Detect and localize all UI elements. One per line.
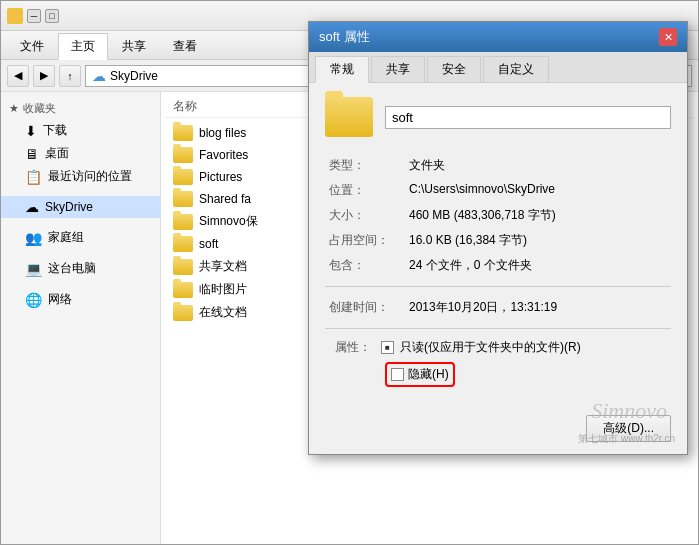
path-text: SkyDrive <box>110 69 158 83</box>
contains-value: 24 个文件，0 个文件夹 <box>405 253 671 278</box>
minimize-btn[interactable]: ─ <box>27 9 41 23</box>
dialog-title: soft 属性 <box>319 28 370 46</box>
file-name: 在线文档 <box>199 304 247 321</box>
thispc-label: 这台电脑 <box>48 260 96 277</box>
folder-icon <box>173 305 193 321</box>
table-row: 包含： 24 个文件，0 个文件夹 <box>325 253 671 278</box>
dialog-content: 类型： 文件夹 位置： C:\Users\simnovo\SkyDrive 大小… <box>309 83 687 407</box>
hidden-highlight: 隐藏(H) <box>385 362 455 387</box>
table-row: 创建时间： 2013年10月20日，13:31:19 <box>325 295 671 320</box>
tab-view[interactable]: 查看 <box>160 33 210 59</box>
up-btn[interactable]: ↑ <box>59 65 81 87</box>
file-name: Shared fa <box>199 192 251 206</box>
back-btn[interactable]: ◀ <box>7 65 29 87</box>
sidebar-item-network[interactable]: 🌐 网络 <box>1 288 160 311</box>
readonly-checkbox[interactable] <box>381 341 394 354</box>
file-name: blog files <box>199 126 246 140</box>
favorites-label: 收藏夹 <box>23 101 56 116</box>
disk-label: 占用空间： <box>325 228 405 253</box>
recent-label: 最近访问的位置 <box>48 168 132 185</box>
tab-security[interactable]: 安全 <box>427 56 481 82</box>
dialog-titlebar: soft 属性 ✕ <box>309 22 687 52</box>
folder-name-input[interactable] <box>385 106 671 129</box>
contains-label: 包含： <box>325 253 405 278</box>
skydrive-label: SkyDrive <box>45 200 93 214</box>
sidebar-item-recent[interactable]: 📋 最近访问的位置 <box>1 165 160 188</box>
desktop-label: 桌面 <box>45 145 69 162</box>
explorer-icon <box>7 8 23 24</box>
dialog-tabs: 常规 共享 安全 自定义 <box>309 52 687 83</box>
tab-share[interactable]: 共享 <box>109 33 159 59</box>
dialog-folder-header <box>325 97 671 137</box>
readonly-label: 只读(仅应用于文件夹中的文件)(R) <box>400 339 581 356</box>
tab-home[interactable]: 主页 <box>58 33 108 60</box>
sidebar: ★ 收藏夹 ⬇ 下载 🖥 桌面 📋 最近访问的位置 ☁ SkyDrive <box>1 92 161 544</box>
file-name: Favorites <box>199 148 248 162</box>
sidebar-item-download[interactable]: ⬇ 下载 <box>1 119 160 142</box>
sidebar-item-desktop[interactable]: 🖥 桌面 <box>1 142 160 165</box>
advanced-button[interactable]: 高级(D)... <box>586 415 671 442</box>
divider2 <box>325 328 671 329</box>
folder-icon <box>173 236 193 252</box>
created-label: 创建时间： <box>325 295 405 320</box>
table-row: 类型： 文件夹 <box>325 153 671 178</box>
file-name: Simnovo保 <box>199 213 258 230</box>
hidden-checkbox[interactable] <box>391 368 404 381</box>
location-label: 位置： <box>325 178 405 203</box>
dialog-close-btn[interactable]: ✕ <box>659 28 677 46</box>
folder-icon <box>173 169 193 185</box>
big-folder-icon <box>325 97 373 137</box>
computer-icon: 💻 <box>25 261 42 277</box>
file-name: Pictures <box>199 170 242 184</box>
info-table: 类型： 文件夹 位置： C:\Users\simnovo\SkyDrive 大小… <box>325 153 671 278</box>
attr-readonly-row: 属性： 只读(仅应用于文件夹中的文件)(R) <box>325 339 671 356</box>
file-name: soft <box>199 237 218 251</box>
size-label: 大小： <box>325 203 405 228</box>
attributes-section: 属性： 只读(仅应用于文件夹中的文件)(R) 隐藏(H) <box>325 339 671 387</box>
folder-icon <box>173 282 193 298</box>
favorites-section[interactable]: ★ 收藏夹 <box>1 98 160 119</box>
cloud-icon: ☁ <box>92 68 106 84</box>
folder-icon <box>173 125 193 141</box>
star-icon: ★ <box>9 102 19 115</box>
file-name: 共享文档 <box>199 258 247 275</box>
created-table: 创建时间： 2013年10月20日，13:31:19 <box>325 295 671 320</box>
attr-hidden-row: 隐藏(H) <box>325 362 671 387</box>
dialog-footer: 高级(D)... <box>309 407 687 454</box>
divider <box>325 286 671 287</box>
table-row: 大小： 460 MB (483,306,718 字节) <box>325 203 671 228</box>
tab-file[interactable]: 文件 <box>7 33 57 59</box>
properties-dialog: soft 属性 ✕ 常规 共享 安全 自定义 类型： 文件夹 <box>308 21 688 455</box>
table-row: 位置： C:\Users\simnovo\SkyDrive <box>325 178 671 203</box>
type-value: 文件夹 <box>405 153 671 178</box>
sidebar-item-thispc[interactable]: 💻 这台电脑 <box>1 257 160 280</box>
download-label: 下载 <box>43 122 67 139</box>
main-window: ─ □ 文件 主页 共享 查看 ◀ ▶ ↑ ☁ SkyDrive ★ 收藏夹 <box>0 0 699 545</box>
skydrive-icon: ☁ <box>25 199 39 215</box>
size-value: 460 MB (483,306,718 字节) <box>405 203 671 228</box>
desktop-icon: 🖥 <box>25 146 39 162</box>
created-value: 2013年10月20日，13:31:19 <box>405 295 671 320</box>
network-icon: 🌐 <box>25 292 42 308</box>
tab-general[interactable]: 常规 <box>315 56 369 83</box>
folder-icon <box>173 214 193 230</box>
sidebar-item-homegroup[interactable]: 👥 家庭组 <box>1 226 160 249</box>
tab-customize[interactable]: 自定义 <box>483 56 549 82</box>
forward-btn[interactable]: ▶ <box>33 65 55 87</box>
sidebar-item-skydrive[interactable]: ☁ SkyDrive <box>1 196 160 218</box>
type-label: 类型： <box>325 153 405 178</box>
table-row: 占用空间： 16.0 KB (16,384 字节) <box>325 228 671 253</box>
hidden-label: 隐藏(H) <box>408 366 449 383</box>
recent-icon: 📋 <box>25 169 42 185</box>
homegroup-label: 家庭组 <box>48 229 84 246</box>
download-icon: ⬇ <box>25 123 37 139</box>
folder-icon <box>173 259 193 275</box>
attributes-label: 属性： <box>335 339 371 356</box>
tab-sharing[interactable]: 共享 <box>371 56 425 82</box>
file-name: 临时图片 <box>199 281 247 298</box>
location-value: C:\Users\simnovo\SkyDrive <box>405 178 671 203</box>
homegroup-icon: 👥 <box>25 230 42 246</box>
network-label: 网络 <box>48 291 72 308</box>
folder-icon <box>173 191 193 207</box>
maximize-btn[interactable]: □ <box>45 9 59 23</box>
